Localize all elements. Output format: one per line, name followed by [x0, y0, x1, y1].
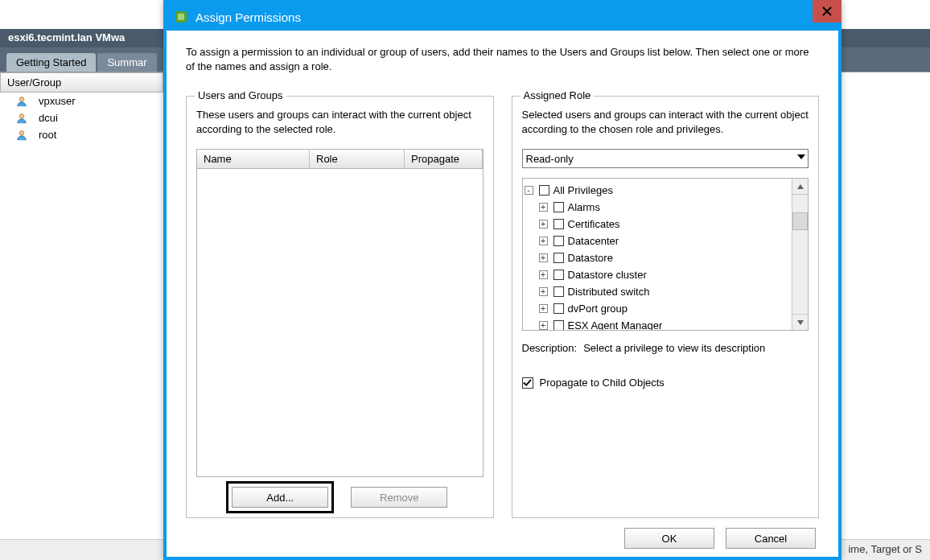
user-icon: [16, 96, 27, 107]
privilege-checkbox[interactable]: [553, 219, 564, 229]
user-name: root: [39, 129, 56, 141]
statusbar-text: ime, Target or S: [848, 543, 922, 555]
privilege-description-text: Select a privilege to view its descripti…: [583, 342, 765, 354]
column-role[interactable]: Role: [310, 150, 405, 168]
user-group-column-header[interactable]: User/Group: [0, 72, 163, 93]
assigned-role-description: Selected users and groups can interact w…: [522, 108, 809, 136]
expand-icon[interactable]: +: [539, 237, 548, 245]
user-name: dcui: [39, 112, 58, 124]
dialog-body: To assign a permission to an individual …: [167, 31, 838, 557]
privilege-checkbox[interactable]: [553, 320, 564, 330]
tree-node[interactable]: +Datacenter: [539, 233, 791, 249]
privilege-label: Datacenter: [568, 235, 619, 247]
role-dropdown[interactable]: [522, 149, 809, 168]
checkmark-icon: [523, 378, 532, 387]
tree-node[interactable]: +Datastore: [539, 249, 791, 266]
privilege-label: Distributed switch: [568, 286, 650, 298]
bg-title-text: esxi6.tecmint.lan VMwa: [8, 31, 125, 43]
expand-icon[interactable]: +: [539, 287, 548, 296]
scroll-thumb[interactable]: [792, 212, 808, 230]
tab-summary[interactable]: Summar: [97, 53, 156, 72]
assigned-role-fieldset: Assigned Role Selected users and groups …: [512, 96, 820, 518]
tree-scrollbar[interactable]: [792, 179, 808, 330]
privilege-checkbox[interactable]: [553, 202, 564, 212]
tree-node[interactable]: +Distributed switch: [539, 283, 791, 300]
privilege-label: Datastore: [568, 252, 613, 264]
dialog-titlebar: Assign Permissions: [167, 3, 838, 31]
privileges-tree: - All Privileges +Alarms+Certificates+Da…: [522, 178, 809, 331]
privilege-label: Datastore cluster: [568, 269, 647, 281]
cancel-button[interactable]: Cancel: [726, 528, 816, 549]
expand-icon[interactable]: +: [539, 270, 548, 279]
close-button[interactable]: [813, 0, 842, 23]
privilege-description-label: Description:: [522, 342, 578, 354]
users-groups-description: These users and groups can interact with…: [196, 108, 484, 136]
propagate-checkbox[interactable]: [522, 377, 533, 389]
ok-button[interactable]: OK: [624, 528, 714, 549]
expand-icon[interactable]: +: [539, 203, 548, 212]
tree-node[interactable]: +Certificates: [539, 216, 791, 233]
expand-icon[interactable]: +: [539, 253, 548, 262]
tree-node[interactable]: +ESX Agent Manager: [539, 317, 791, 330]
user-icon: [16, 113, 27, 124]
scroll-up-icon[interactable]: [792, 179, 808, 195]
expand-icon[interactable]: +: [539, 321, 548, 330]
dialog-instruction: To assign a permission to an individual …: [186, 45, 819, 73]
privilege-label: All Privileges: [553, 184, 613, 196]
add-button[interactable]: Add...: [232, 487, 328, 508]
assign-permissions-dialog: Assign Permissions To assign a permissio…: [163, 0, 842, 560]
users-table: Name Role Propagate: [196, 149, 484, 477]
svg-rect-4: [178, 14, 184, 20]
privilege-checkbox[interactable]: [553, 253, 564, 263]
privilege-checkbox[interactable]: [539, 185, 549, 196]
column-name[interactable]: Name: [197, 150, 310, 168]
user-name: vpxuser: [39, 95, 76, 107]
privilege-checkbox[interactable]: [553, 286, 564, 297]
column-propagate[interactable]: Propagate: [405, 150, 483, 168]
svg-point-0: [19, 97, 24, 101]
tree-node-root[interactable]: - All Privileges: [525, 182, 791, 199]
privilege-checkbox[interactable]: [553, 236, 564, 246]
svg-point-1: [19, 113, 24, 118]
scroll-down-icon[interactable]: [792, 314, 808, 330]
expand-icon[interactable]: +: [539, 304, 548, 313]
close-icon: [822, 6, 832, 16]
vsphere-icon: [175, 10, 187, 23]
dialog-footer: OK Cancel: [186, 518, 819, 549]
assigned-role-legend: Assigned Role: [521, 89, 595, 101]
users-table-header: Name Role Propagate: [197, 150, 483, 169]
users-table-body[interactable]: [197, 169, 483, 476]
remove-button[interactable]: Remove: [351, 487, 447, 508]
privilege-checkbox[interactable]: [553, 270, 564, 280]
propagate-label: Propagate to Child Objects: [540, 377, 665, 389]
users-groups-legend: Users and Groups: [195, 89, 286, 101]
privilege-label: Alarms: [568, 201, 600, 213]
dialog-title: Assign Permissions: [195, 10, 301, 24]
privilege-label: Certificates: [568, 218, 620, 230]
tab-getting-started[interactable]: Getting Started: [6, 53, 96, 72]
collapse-icon[interactable]: -: [525, 186, 533, 195]
privilege-checkbox[interactable]: [553, 303, 564, 314]
expand-icon[interactable]: +: [539, 220, 548, 229]
privilege-label: dvPort group: [568, 303, 628, 315]
privilege-label: ESX Agent Manager: [568, 319, 663, 330]
user-icon: [16, 130, 27, 141]
tree-node[interactable]: +Alarms: [539, 199, 791, 216]
tree-node[interactable]: +Datastore cluster: [539, 266, 791, 283]
users-groups-fieldset: Users and Groups These users and groups …: [186, 96, 494, 518]
svg-point-2: [19, 130, 24, 135]
tree-node[interactable]: +dvPort group: [539, 300, 791, 317]
